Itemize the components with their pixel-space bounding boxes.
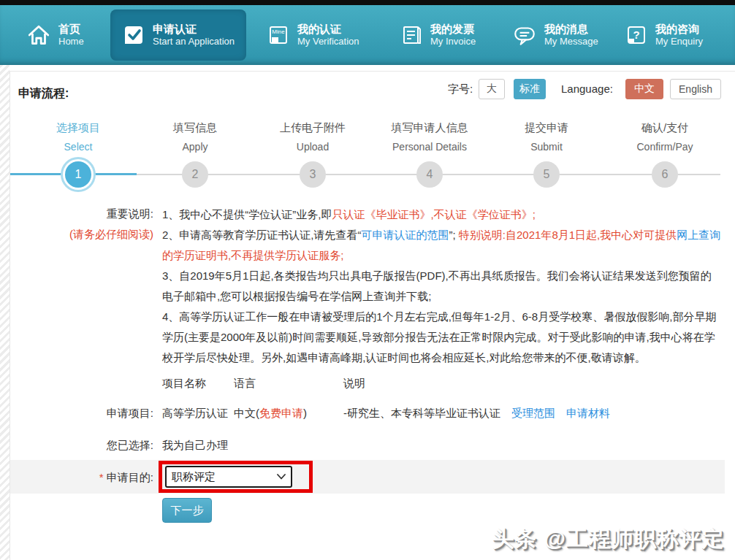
main-nav: 首页 Home 申请认证 Start an Application Mine 我… <box>0 5 735 65</box>
home-icon <box>26 23 51 47</box>
step-circle-3: 3 <box>300 161 326 188</box>
content-top-border <box>9 71 735 72</box>
step-label-en: Confirm/Pay <box>606 141 723 153</box>
nav-label-en: My Message <box>544 36 598 47</box>
step-confirm-pay: 确认/支付 Confirm/Pay <box>606 121 723 153</box>
nav-label-en: My Invoice <box>430 36 476 47</box>
language-zh-button[interactable]: 中文 <box>625 79 663 99</box>
nav-item-my-enquiry[interactable]: ? 我的咨询 My Enquiry <box>625 5 703 65</box>
step-circle-6: 6 <box>652 161 678 188</box>
acceptance-scope-link[interactable]: 受理范围 <box>511 407 555 421</box>
step-label-zh: 选择项目 <box>20 121 137 135</box>
scope-link[interactable]: 可申请认证的范围 <box>362 229 449 241</box>
project-row-label: 申请项目: <box>72 407 153 421</box>
question-box-icon: ? <box>625 23 648 47</box>
next-step-button[interactable]: 下一步 <box>162 498 212 523</box>
language-suffix: ) <box>303 407 307 419</box>
step-label-en: Upload <box>254 141 371 153</box>
step-label-en: Submit <box>488 141 605 153</box>
note-text: 3、自2019年5月1日起,各类报告均只出具电子版报告(PDF),不再出具纸质报… <box>162 269 712 302</box>
selected-value: 我为自己办理 <box>162 439 228 453</box>
nav-label-en: My Enquiry <box>655 36 703 47</box>
nav-item-home[interactable]: 首页 Home <box>26 5 84 65</box>
chevron-down-icon <box>277 474 286 480</box>
note-text: 1、我中心不提供“学位认证”业务,即 <box>162 208 332 220</box>
font-large-button[interactable]: 大 <box>479 79 505 99</box>
important-notes: 1、我中心不提供“学位认证”业务,即只认证《毕业证书》,不认证《学位证书》; 2… <box>162 204 722 368</box>
note-item-4: 4、高等学历认证工作一般在申请被受理后的1个月左右完成,但每年1-2月、6-8月… <box>162 307 722 368</box>
step-label-zh: 填写申请人信息 <box>371 121 488 135</box>
note-item-2: 2、申请高等教育学历证书认证,请先查看“可申请认证的范围”; 特别说明:自202… <box>162 225 722 266</box>
language-prefix: 中文( <box>234 407 259 419</box>
step-circle-2: 2 <box>182 161 208 188</box>
font-size-label: 字号: <box>448 83 473 96</box>
step-label-zh: 提交申请 <box>488 121 605 135</box>
watermark-text: 头条 @工程师职称评定 <box>409 524 725 554</box>
note-text: 2、申请高等教育学历证书认证,请先查看“ <box>162 229 362 241</box>
step-apply: 填写信息 Apply <box>137 121 254 153</box>
project-name: 高等学历认证 <box>162 407 228 421</box>
step-circle-1: 1 <box>65 161 91 188</box>
page-title: 申请流程: <box>18 86 69 101</box>
nav-label-en: Start an Application <box>153 36 235 47</box>
note-text-red: 特别说明:自2021年8月1日起,我中心对可提供 <box>459 229 677 241</box>
note-text: ”; <box>449 229 459 241</box>
required-asterisk: * <box>99 471 104 483</box>
free-apply-text: 免费申请 <box>259 407 303 419</box>
step-label-en: Select <box>20 141 137 153</box>
note-text-red: 只认证《毕业证书》,不认证《学位证书》; <box>332 208 536 220</box>
project-language: 中文(免费申请) <box>234 407 307 421</box>
step-label-en: Personal Details <box>371 141 488 153</box>
top-black-strip <box>0 0 735 5</box>
nav-label-zh: 我的认证 <box>297 23 359 37</box>
step-label-en: Apply <box>137 141 254 153</box>
step-upload: 上传电子附件 Upload <box>254 121 371 153</box>
svg-text:Mine: Mine <box>272 28 285 35</box>
step-label-zh: 确认/支付 <box>606 121 723 135</box>
language-label: Language: <box>561 83 613 95</box>
nav-label-zh: 首页 <box>58 23 84 37</box>
step-submit: 提交申请 Submit <box>488 121 605 153</box>
nav-label-zh: 我的发票 <box>430 23 476 37</box>
nav-item-start-application[interactable]: 申请认证 Start an Application <box>110 9 246 61</box>
invoice-icon <box>400 23 423 47</box>
nav-label-en: My Verification <box>297 36 359 47</box>
note-item-3: 3、自2019年5月1日起,各类报告均只出具电子版报告(PDF),不再出具纸质报… <box>162 266 722 307</box>
step-personal-details: 填写申请人信息 Personal Details <box>371 121 488 153</box>
selected-label: 您已选择: <box>72 439 153 453</box>
nav-label-en: Home <box>58 36 84 47</box>
purpose-label-text: 申请目的: <box>107 471 153 483</box>
page-edge-stripes <box>0 65 9 560</box>
note-item-1: 1、我中心不提供“学位认证”业务,即只认证《毕业证书》,不认证《学位证书》; <box>162 204 722 225</box>
notes-sublabel: (请务必仔细阅读) <box>58 228 153 242</box>
online-query-link[interactable]: 网上查询 <box>677 229 720 241</box>
nav-item-my-message[interactable]: 我的消息 My Message <box>512 5 598 65</box>
nav-label-zh: 申请认证 <box>153 23 235 37</box>
col-header-description: 说明 <box>343 377 365 391</box>
nav-label-zh: 我的消息 <box>544 23 598 37</box>
note-text: 4、高等学历认证工作一般在申请被受理后的1个月左右完成,但每年1-2月、6-8月… <box>162 310 716 364</box>
mine-document-icon: Mine <box>267 23 290 47</box>
check-square-icon <box>122 23 145 47</box>
note-text-red: 的学历证明书,不再提供学历认证服务; <box>162 249 343 261</box>
nav-item-my-verification[interactable]: Mine 我的认证 My Verification <box>267 5 359 65</box>
col-header-project-name: 项目名称 <box>162 377 206 391</box>
message-bubble-icon <box>512 23 537 47</box>
font-standard-button[interactable]: 标准 <box>514 79 546 99</box>
application-materials-link[interactable]: 申请材料 <box>566 407 610 421</box>
step-circle-5: 5 <box>533 161 560 188</box>
col-header-language: 语言 <box>234 377 256 391</box>
language-en-button[interactable]: English <box>670 79 721 99</box>
step-select: 选择项目 Select <box>20 121 137 153</box>
purpose-label: * 申请目的: <box>66 471 153 485</box>
step-label-zh: 填写信息 <box>137 121 254 135</box>
step-label-zh: 上传电子附件 <box>254 121 371 135</box>
project-description: -研究生、本专科等毕业证书认证 <box>343 407 500 421</box>
purpose-select-value: 职称评定 <box>172 470 216 484</box>
nav-label-zh: 我的咨询 <box>655 23 703 37</box>
notes-label: 重要说明: <box>72 207 153 221</box>
purpose-select[interactable]: 职称评定 <box>165 466 292 488</box>
nav-item-my-invoice[interactable]: 我的发票 My Invoice <box>400 5 476 65</box>
step-circle-4: 4 <box>416 161 443 188</box>
